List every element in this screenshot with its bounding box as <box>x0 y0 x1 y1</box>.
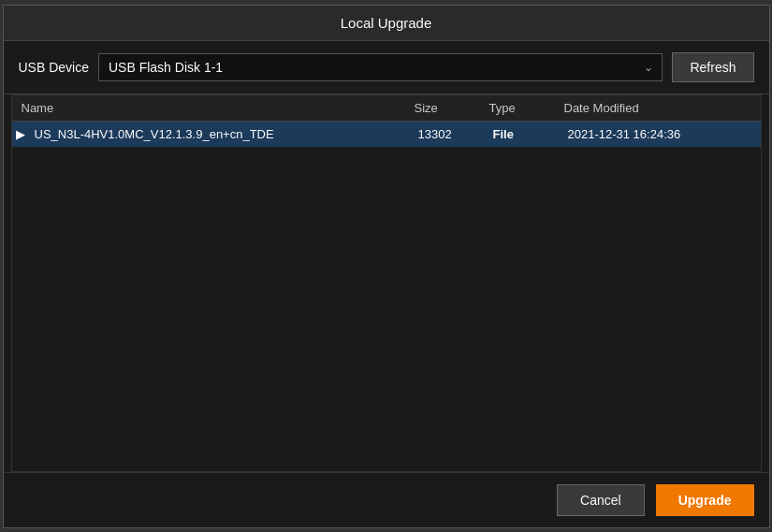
column-type: Type <box>489 101 564 115</box>
file-list-body: ▶US_N3L-4HV1.0MC_V12.1.3.9_en+cn_TDE1330… <box>12 122 761 148</box>
file-date-modified: 2021-12-31 16:24:36 <box>564 127 751 141</box>
cancel-button[interactable]: Cancel <box>557 484 645 516</box>
usb-select-wrapper: USB Flash Disk 1-1 ⌄ <box>98 53 663 81</box>
file-list-container: Name Size Type Date Modified ▶US_N3L-4HV… <box>11 94 762 472</box>
dialog-footer: Cancel Upgrade <box>4 472 769 527</box>
row-selection-indicator: ▶ <box>12 128 25 140</box>
upgrade-button[interactable]: Upgrade <box>656 484 754 516</box>
file-type: File <box>489 127 564 141</box>
usb-device-label: USB Device <box>19 60 89 75</box>
column-date-modified: Date Modified <box>564 101 751 115</box>
file-list-header: Name Size Type Date Modified <box>12 95 761 122</box>
table-row[interactable]: ▶US_N3L-4HV1.0MC_V12.1.3.9_en+cn_TDE1330… <box>12 122 761 148</box>
dialog-title: Local Upgrade <box>341 15 432 31</box>
usb-device-select[interactable]: USB Flash Disk 1-1 <box>98 53 663 81</box>
file-size: 13302 <box>415 127 489 141</box>
usb-device-row: USB Device USB Flash Disk 1-1 ⌄ Refresh <box>4 41 769 94</box>
column-name: Name <box>22 101 415 115</box>
column-size: Size <box>415 101 489 115</box>
file-name: US_N3L-4HV1.0MC_V12.1.3.9_en+cn_TDE <box>22 127 415 141</box>
refresh-button[interactable]: Refresh <box>672 52 753 82</box>
dialog-title-bar: Local Upgrade <box>4 6 769 41</box>
local-upgrade-dialog: Local Upgrade USB Device USB Flash Disk … <box>3 5 770 528</box>
